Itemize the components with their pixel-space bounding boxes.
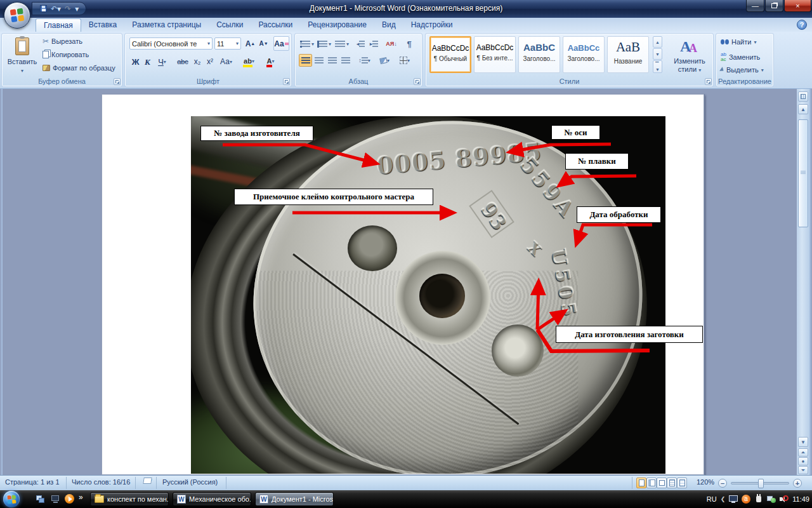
antivirus-tray-icon[interactable]: a (742, 495, 750, 504)
decrease-indent-button[interactable]: ◂ (354, 37, 367, 50)
find-button[interactable]: Найти▾ (721, 38, 756, 46)
tab-mailings[interactable]: Рассылки (251, 18, 300, 32)
italic-button[interactable]: К (141, 55, 154, 68)
scroll-up-button[interactable]: ▲ (798, 104, 808, 114)
ruler-toggle-button[interactable] (798, 91, 808, 102)
tab-references[interactable]: Ссылки (209, 18, 251, 32)
tab-page-layout[interactable]: Разметка страницы (124, 18, 209, 32)
font-size-combo[interactable]: 11▾ (214, 37, 241, 50)
office-button[interactable] (4, 2, 30, 29)
cut-button[interactable]: ✂ Вырезать (43, 37, 82, 45)
vertical-scrollbar[interactable]: ▲ ▼ ⏶ ● ⏷ (797, 89, 809, 475)
view-outline-button[interactable] (667, 478, 677, 488)
paragraph-dialog-launcher[interactable] (414, 78, 421, 85)
select-button[interactable]: Выделить▾ (721, 66, 764, 74)
start-button[interactable] (3, 491, 20, 507)
styles-scroll-down[interactable]: ▼ (653, 48, 662, 60)
view-fullscreen-button[interactable] (646, 478, 657, 488)
borders-button[interactable]: ▾ (396, 54, 414, 67)
undo-button[interactable]: ↶▾ (51, 5, 61, 13)
bullets-button[interactable]: ▾ (299, 37, 315, 50)
save-button[interactable] (40, 5, 47, 12)
view-draft-button[interactable] (677, 478, 687, 488)
proofing-icon[interactable]: ✓ (143, 478, 153, 486)
style-normal[interactable]: AaBbCcDc ¶ Обычный (429, 36, 471, 73)
tab-insert[interactable]: Вставка (81, 18, 125, 32)
shrink-font-button[interactable]: А▼ (257, 37, 270, 50)
clipboard-dialog-launcher[interactable] (114, 78, 121, 85)
language-tray-indicator[interactable]: RU (707, 495, 717, 503)
style-heading1[interactable]: AaBbC Заголово... (518, 36, 560, 73)
view-print-layout-button[interactable] (636, 478, 646, 488)
taskbar-button-folder[interactable]: конспект по механ... (90, 492, 169, 506)
clear-formatting-button[interactable]: Аа (273, 36, 289, 51)
styles-dialog-launcher[interactable] (705, 78, 712, 85)
customize-qat-button[interactable]: ▾ (75, 5, 79, 13)
network-tray-icon[interactable] (767, 495, 776, 503)
styles-scroll-up[interactable]: ▲ (653, 36, 662, 48)
zoom-in-button[interactable]: + (793, 479, 802, 488)
tab-view[interactable]: Вид (374, 18, 403, 32)
tab-home[interactable]: Главная (36, 18, 81, 32)
zoom-slider-thumb[interactable] (758, 479, 764, 488)
close-button[interactable]: × (784, 0, 811, 12)
redo-button[interactable]: ↷ (65, 5, 71, 13)
browse-next-button[interactable]: ⏷ (798, 466, 808, 474)
power-tray-icon[interactable] (754, 495, 763, 503)
paste-button[interactable]: Вставить ▾ (6, 36, 39, 77)
document-page[interactable]: 0005 89985 559A 93 X U505 (102, 94, 704, 475)
style-heading2[interactable]: AaBbCc Заголово... (563, 36, 605, 73)
restore-button[interactable] (765, 0, 783, 12)
tab-addins[interactable]: Надстройки (403, 18, 461, 32)
justify-button[interactable] (339, 54, 352, 67)
display-tray-icon[interactable] (729, 495, 738, 503)
superscript-button[interactable]: x² (204, 55, 216, 68)
align-left-button[interactable] (299, 54, 312, 67)
quicklaunch-chevron[interactable]: » (79, 493, 83, 502)
zoom-level[interactable]: 120% (697, 478, 714, 486)
taskbar-button-word-doc2[interactable]: W Механическое обо... (173, 492, 251, 506)
increase-indent-button[interactable]: ▸ (367, 37, 381, 50)
styles-gallery-more[interactable]: ▔▼ (653, 60, 662, 73)
font-dialog-launcher[interactable] (283, 78, 290, 85)
clock[interactable]: 11:49 (792, 495, 809, 503)
scroll-down-button[interactable]: ▼ (798, 437, 808, 447)
replace-button[interactable]: abac Заменить (721, 52, 760, 62)
multilevel-list-button[interactable]: ▾ (333, 37, 351, 50)
view-web-layout-button[interactable] (657, 478, 667, 488)
font-color-button[interactable]: А▾ (261, 54, 280, 68)
show-marks-button[interactable]: ¶ (402, 37, 416, 50)
tab-review[interactable]: Рецензирование (300, 18, 374, 32)
volume-muted-tray-icon[interactable] (780, 495, 789, 503)
help-button[interactable]: ? (797, 20, 807, 30)
word-count[interactable]: Число слов: 16/16 (72, 478, 130, 486)
page-indicator[interactable]: Страница: 1 из 1 (5, 478, 60, 486)
style-no-spacing[interactable]: AaBbCcDc ¶ Без инте... (474, 36, 516, 73)
align-right-button[interactable] (325, 54, 339, 67)
font-name-combo[interactable]: Calibri (Основной те▾ (129, 37, 213, 50)
sort-button[interactable]: АЯ↓ (384, 37, 399, 50)
bold-button[interactable]: Ж (129, 55, 141, 68)
tray-expand-chevron[interactable]: ❮ (721, 496, 726, 502)
shading-button[interactable]: ▾ (376, 54, 393, 67)
language-indicator[interactable]: Русский (Россия) (162, 478, 218, 486)
browse-previous-button[interactable]: ⏶ (798, 448, 808, 457)
zoom-out-button[interactable]: – (718, 479, 727, 488)
change-case-button[interactable]: Аа▾ (218, 55, 235, 68)
scroll-thumb[interactable] (798, 119, 808, 227)
quicklaunch-switcher[interactable] (51, 494, 61, 504)
change-styles-button[interactable]: A A Изменить стили ▾ (667, 36, 712, 77)
style-title[interactable]: АаВ Название (607, 36, 649, 73)
subscript-button[interactable]: x₂ (191, 55, 204, 68)
align-center-button[interactable] (312, 54, 325, 67)
copy-button[interactable]: Копировать (43, 51, 89, 58)
zoom-slider-track[interactable]: ▽ (731, 482, 789, 485)
line-spacing-button[interactable]: ↕▾ (356, 54, 373, 67)
quicklaunch-media-player[interactable] (65, 494, 75, 504)
quicklaunch-show-desktop[interactable] (36, 494, 46, 504)
minimize-button[interactable]: — (746, 0, 764, 12)
browse-object-button[interactable]: ● (798, 457, 808, 465)
taskbar-button-word-doc1-active[interactable]: W Документ1 - Micros... (255, 492, 334, 506)
format-painter-button[interactable]: Формат по образцу (43, 64, 115, 72)
strikethrough-button[interactable]: abc (174, 55, 191, 68)
